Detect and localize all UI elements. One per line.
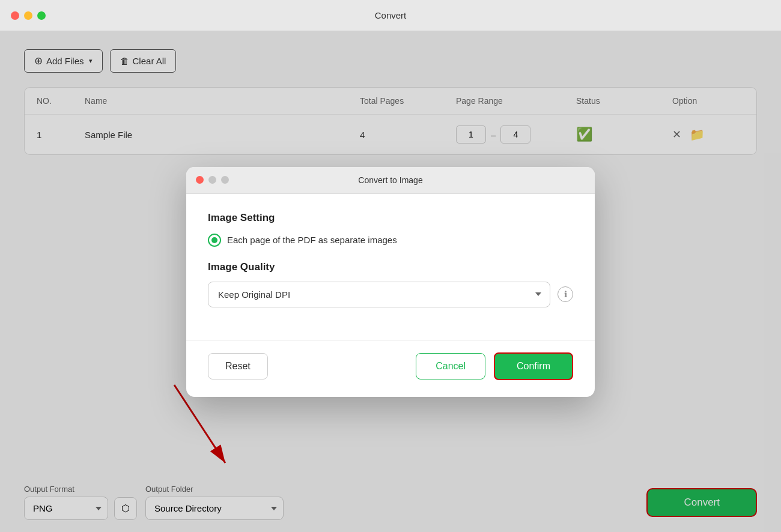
radio-inner	[211, 237, 217, 243]
main-content: ⊕ Add Files ▾ 🗑 Clear All NO. Name Total…	[0, 31, 781, 532]
modal-title: Convert to Image	[358, 175, 422, 185]
modal-divider	[186, 340, 595, 340]
confirm-button[interactable]: Confirm	[494, 352, 573, 380]
close-button[interactable]	[11, 11, 19, 20]
radio-option-label: Each page of the PDF as separate images	[227, 235, 397, 245]
modal-minimize-button[interactable]	[208, 176, 216, 184]
app-title: Convert	[375, 10, 407, 20]
modal-close-button[interactable]	[196, 176, 204, 184]
image-setting-title: Image Setting	[208, 212, 573, 224]
radio-button-selected[interactable]	[208, 234, 221, 247]
radio-option[interactable]: Each page of the PDF as separate images	[208, 234, 573, 247]
window-controls	[11, 11, 46, 20]
modal-overlay: Convert to Image Image Setting Each page…	[0, 31, 781, 532]
quality-select[interactable]: Keep Original DPI 72 DPI 150 DPI 300 DPI	[208, 282, 550, 307]
modal-footer: Reset Cancel Confirm	[186, 352, 595, 397]
title-bar: Convert	[0, 0, 781, 31]
image-quality-title: Image Quality	[208, 261, 573, 273]
convert-to-image-modal: Convert to Image Image Setting Each page…	[186, 167, 595, 397]
info-icon[interactable]: ℹ	[558, 286, 573, 302]
reset-button[interactable]: Reset	[208, 353, 268, 379]
modal-title-bar: Convert to Image	[186, 167, 595, 194]
maximize-button[interactable]	[37, 11, 46, 20]
quality-row: Keep Original DPI 72 DPI 150 DPI 300 DPI…	[208, 282, 573, 307]
minimize-button[interactable]	[24, 11, 32, 20]
modal-window-controls	[196, 176, 229, 184]
modal-body: Image Setting Each page of the PDF as se…	[186, 194, 595, 340]
modal-maximize-button[interactable]	[221, 176, 229, 184]
cancel-button[interactable]: Cancel	[416, 353, 485, 379]
